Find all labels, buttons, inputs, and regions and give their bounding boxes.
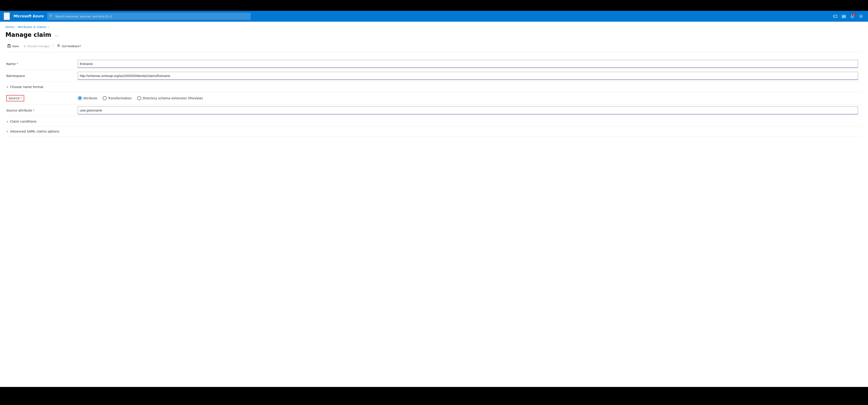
page-title-row: Manage claim ...: [5, 31, 863, 38]
toolbar-divider: [53, 43, 53, 49]
breadcrumb-attributes[interactable]: Attributes & Claims: [18, 25, 46, 29]
more-options-button[interactable]: ...: [54, 32, 60, 38]
directory-radio[interactable]: [137, 96, 141, 100]
directory-button[interactable]: [840, 13, 847, 20]
source-options: Attribute Transformation Directory schem…: [78, 96, 863, 100]
svg-rect-5: [844, 17, 846, 18]
settings-button[interactable]: [858, 13, 864, 20]
source-attribute-input[interactable]: [78, 106, 858, 114]
source-attribute-row: Source attribute *: [5, 104, 863, 116]
feedback-button[interactable]: Got feedback?: [55, 43, 83, 50]
breadcrumb-sep-1: ›: [16, 26, 17, 29]
notifications-button[interactable]: 6: [849, 13, 856, 20]
source-attr-required: *: [33, 109, 35, 112]
feedback-icon: [57, 44, 60, 48]
page-title: Manage claim: [5, 31, 51, 38]
hamburger-menu[interactable]: ☰: [4, 12, 10, 20]
source-attribute-option[interactable]: Attribute: [78, 96, 97, 100]
advanced-saml-label: ∨ Advanced SAML claims options: [5, 130, 59, 133]
namespace-label: Namespace: [5, 74, 78, 78]
topbar-right-icons: >_ 6: [832, 13, 864, 20]
name-format-label: ∨ Choose name format: [5, 85, 43, 89]
breadcrumb-home[interactable]: Home: [5, 25, 14, 29]
source-directory-option[interactable]: Directory schema extension (Preview): [137, 96, 203, 100]
namespace-row: Namespace: [5, 70, 863, 82]
save-label: Save: [12, 44, 19, 48]
breadcrumb-sep-2: ›: [48, 26, 49, 29]
chevron-down-icon: ∨: [6, 85, 8, 89]
toolbar: Save ✕ Discard changes Got feedback?: [5, 43, 863, 53]
notification-count: 6: [852, 13, 855, 16]
search-input[interactable]: [55, 15, 248, 18]
cloud-shell-button[interactable]: >_: [832, 13, 839, 20]
source-attribute-input-area: [78, 106, 863, 114]
claim-conditions-label: ∨ Claim conditions: [5, 120, 36, 123]
name-input-area: [78, 60, 863, 68]
transformation-radio[interactable]: [103, 96, 107, 100]
save-button[interactable]: Save: [5, 43, 21, 50]
svg-rect-3: [844, 15, 846, 16]
claim-conditions-row[interactable]: ∨ Claim conditions: [5, 116, 863, 127]
search-icon: 🔍: [50, 14, 53, 18]
name-label: Name *: [5, 62, 78, 66]
transformation-label: Transformation: [108, 96, 132, 100]
svg-rect-2: [842, 15, 844, 16]
svg-rect-9: [8, 46, 10, 47]
source-attribute-label: Source attribute *: [5, 109, 78, 112]
discard-button[interactable]: ✕ Discard changes: [22, 43, 51, 49]
svg-rect-8: [8, 44, 10, 45]
discard-icon: ✕: [24, 44, 26, 48]
chevron-down-icon-conditions: ∨: [6, 120, 8, 123]
discard-label: Discard changes: [28, 44, 50, 48]
chevron-down-icon-saml: ∨: [6, 130, 8, 133]
advanced-saml-row[interactable]: ∨ Advanced SAML claims options: [5, 127, 863, 136]
svg-rect-4: [842, 17, 844, 18]
namespace-input-area: [78, 72, 863, 80]
save-icon: [7, 44, 11, 48]
source-row: Source * Attribute Transformation: [5, 92, 863, 104]
name-required: *: [17, 62, 18, 66]
azure-logo: Microsoft Azure: [13, 14, 43, 18]
form-section: Name * Namespace ∨ Cho: [5, 58, 863, 136]
source-transformation-option[interactable]: Transformation: [103, 96, 132, 100]
feedback-label: Got feedback?: [62, 44, 81, 48]
source-required: *: [20, 96, 22, 100]
breadcrumb: Home › Attributes & Claims ›: [5, 25, 863, 29]
source-label-area: Source *: [5, 95, 78, 101]
name-row: Name *: [5, 58, 863, 70]
search-bar: 🔍: [47, 13, 251, 20]
name-input[interactable]: [78, 60, 858, 68]
namespace-input[interactable]: [78, 72, 858, 80]
attribute-label: Attribute: [83, 96, 97, 100]
name-format-row[interactable]: ∨ Choose name format: [5, 82, 863, 92]
svg-point-6: [861, 16, 862, 17]
svg-text:>_: >_: [834, 16, 836, 18]
directory-label: Directory schema extension (Preview): [143, 96, 203, 100]
attribute-radio-checked[interactable]: [78, 96, 82, 100]
source-label-box: Source *: [6, 95, 24, 101]
